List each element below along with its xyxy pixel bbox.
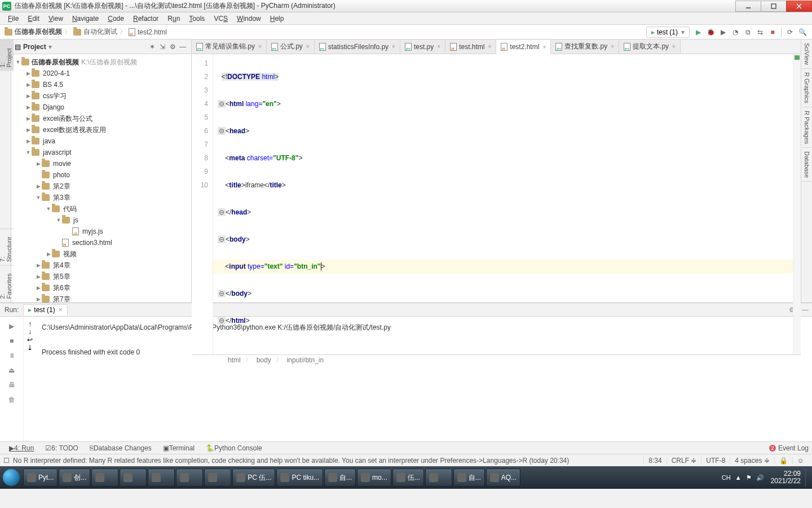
minimize-button[interactable] (735, 1, 761, 12)
taskbar-item[interactable]: PC tiku... (276, 468, 323, 487)
close-icon[interactable]: × (611, 43, 614, 50)
vcs-update-button[interactable]: ⟳ (784, 26, 796, 38)
breadcrumb-folder[interactable]: 自动化测试 (72, 27, 118, 37)
tree-item[interactable]: photo (11, 169, 191, 181)
menu-vcs[interactable]: VCS (209, 14, 232, 24)
tree-item[interactable]: ▶excel函数与公式 (11, 113, 191, 124)
tab-terminal[interactable]: ▣ Terminal (157, 444, 200, 452)
tree-root[interactable]: ▼ 伍德春原创视频 K:\伍德春原创视频 (11, 56, 191, 68)
menu-tools[interactable]: Tools (184, 14, 209, 24)
indent-settings[interactable]: 4 spaces ≑ (730, 457, 774, 465)
menu-window[interactable]: Window (232, 14, 266, 24)
editor-tab[interactable]: test.py× (400, 40, 445, 54)
tab-db-changes[interactable]: ⎘ Database Changes (84, 444, 157, 452)
taskbar-item[interactable] (120, 468, 147, 487)
menu-help[interactable]: Help (266, 14, 289, 24)
tree-item[interactable]: ▶第7章 (11, 294, 191, 303)
editor-tab[interactable]: 查找重复数.py× (551, 40, 619, 54)
tree-arrow-icon[interactable]: ▶ (35, 274, 42, 279)
close-icon[interactable]: × (672, 43, 676, 50)
tree-item[interactable]: ▶java (11, 135, 191, 147)
hide-icon[interactable]: — (178, 43, 188, 51)
show-desktop-button[interactable] (805, 468, 811, 487)
sidebar-tab-favorites[interactable]: 2: Favorites (0, 265, 14, 303)
chevron-down-icon[interactable]: ▾ (48, 43, 52, 51)
project-tree[interactable]: ▼ 伍德春原创视频 K:\伍德春原创视频 ▶2020-4-1▶BS 4.5▶cs… (11, 54, 191, 303)
tree-item[interactable]: ▼js (11, 214, 191, 226)
profile-button[interactable]: ◔ (729, 26, 742, 38)
status-icon[interactable]: ☐ (3, 457, 10, 465)
chevron-down-icon[interactable]: ▼ (15, 59, 21, 65)
editor-tab[interactable]: test2.html× (496, 40, 551, 54)
up-button[interactable]: ↑ (28, 320, 32, 328)
taskbar-item[interactable] (176, 468, 203, 487)
tree-arrow-icon[interactable]: ▶ (35, 183, 42, 189)
close-icon[interactable]: × (437, 43, 440, 50)
tree-item[interactable]: ▶excel数据透视表应用 (11, 124, 191, 135)
breadcrumb-root[interactable]: 伍德春原创视频 (3, 27, 63, 37)
code-content[interactable]: <!DOCTYPE html> ⊖<html lang="en"> ⊖<head… (213, 54, 793, 354)
close-icon[interactable]: × (59, 306, 63, 314)
inspection-widget[interactable]: ☺ (792, 457, 809, 465)
tree-item[interactable]: section3.html (11, 237, 191, 248)
sidebar-tab-structure[interactable]: 7: Structure (0, 229, 14, 265)
tree-item[interactable]: ▶BS 4.5 (11, 79, 191, 90)
close-icon[interactable]: × (392, 43, 395, 50)
menu-refactor[interactable]: Refactor (129, 14, 163, 24)
tree-arrow-icon[interactable]: ▶ (25, 127, 32, 133)
ime-indicator[interactable]: CH (720, 474, 733, 481)
taskbar-item[interactable]: 伍... (392, 468, 424, 487)
run-config-selector[interactable]: ▸ test (1) ▾ (646, 27, 690, 38)
taskbar-item[interactable]: Pyt... (23, 468, 58, 487)
menu-run[interactable]: Run (163, 14, 184, 24)
sidebar-tab-database[interactable]: Database (802, 148, 811, 182)
code-editor[interactable]: 12345678910 <!DOCTYPE html> ⊖<html lang=… (192, 54, 801, 354)
menu-code[interactable]: Code (103, 14, 129, 24)
tree-item[interactable]: ▶2020-4-1 (11, 68, 191, 79)
down-button[interactable]: ↓ (28, 328, 32, 336)
readonly-toggle[interactable]: 🔒 (774, 457, 792, 465)
tree-item[interactable]: ▼代码 (11, 203, 191, 214)
tree-item[interactable]: ▶视频 (11, 248, 191, 260)
taskbar-item[interactable]: 自... (324, 468, 356, 487)
concurrency-button[interactable]: ⧉ (742, 26, 754, 38)
menu-view[interactable]: View (44, 14, 68, 24)
tree-arrow-icon[interactable]: ▶ (25, 116, 32, 121)
scroll-to-end-button[interactable]: ⤓ (27, 344, 33, 352)
taskbar-item[interactable] (148, 468, 175, 487)
tree-arrow-icon[interactable]: ▶ (25, 82, 32, 87)
tab-run[interactable]: ▶ 4: Run (3, 444, 39, 452)
line-separator[interactable]: CRLF ≑ (667, 457, 701, 465)
print-button[interactable]: 🖶 (6, 379, 18, 391)
tree-item[interactable]: ▶css学习 (11, 90, 191, 102)
tree-arrow-icon[interactable]: ▶ (25, 93, 32, 99)
sidebar-tab-sciview[interactable]: SciView (802, 40, 811, 69)
tree-arrow-icon[interactable]: ▼ (35, 195, 42, 200)
tree-arrow-icon[interactable]: ▼ (55, 217, 62, 223)
event-log-button[interactable]: 2Event Log (769, 444, 809, 452)
tree-arrow-icon[interactable]: ▶ (25, 138, 32, 144)
editor-tab[interactable]: 提取文本.py× (619, 40, 681, 54)
rerun-button[interactable]: ▶ (6, 320, 18, 332)
taskbar-item[interactable]: 自... (453, 468, 485, 487)
attach-button[interactable]: ⇆ (754, 26, 766, 38)
pause-button[interactable]: ⏸ (6, 349, 18, 362)
tab-python-console[interactable]: 🐍 Python Console (200, 444, 268, 452)
editor-tab[interactable]: test.html× (445, 40, 496, 54)
locate-icon[interactable]: ✶ (147, 43, 157, 51)
sidebar-tab-rpackages[interactable]: R Packages (802, 107, 811, 148)
run-tab[interactable]: ▸ test (1) × (23, 304, 67, 316)
exit-button[interactable]: ⏏ (6, 364, 18, 376)
tree-item[interactable]: myjs.js (11, 226, 191, 237)
menu-navigate[interactable]: Navigate (68, 14, 103, 24)
close-button[interactable] (786, 1, 812, 12)
debug-button[interactable]: 🐞 (704, 26, 717, 38)
network-icon[interactable]: 🔊 (754, 474, 766, 481)
close-icon[interactable]: × (306, 43, 310, 50)
maximize-button[interactable] (761, 1, 787, 12)
tree-item[interactable]: ▶Django (11, 102, 191, 113)
tree-arrow-icon[interactable]: ▶ (45, 251, 52, 257)
close-icon[interactable]: × (258, 43, 262, 50)
tree-item[interactable]: ▼javascript (11, 147, 191, 158)
tree-arrow-icon[interactable]: ▼ (25, 150, 32, 155)
